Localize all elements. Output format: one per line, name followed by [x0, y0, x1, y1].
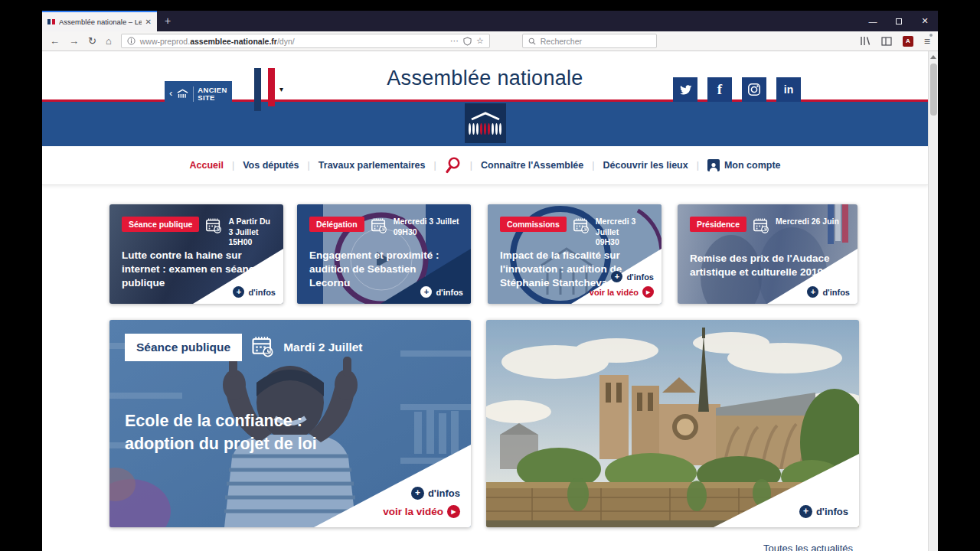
library-icon[interactable] — [860, 36, 871, 46]
main-navigation: Accueil | Vos députés | Travaux parlemen… — [42, 146, 928, 185]
reload-icon[interactable]: ↻ — [88, 35, 96, 47]
nav-item-travaux[interactable]: Travaux parlementaires — [318, 160, 426, 171]
calendar-icon — [371, 217, 387, 237]
twitter-icon[interactable] — [673, 77, 697, 102]
language-selector[interactable]: ▾ — [254, 68, 289, 112]
tracking-shield-icon[interactable] — [463, 37, 472, 46]
scrollbar-thumb[interactable] — [930, 64, 937, 116]
play-icon: ▶ — [642, 286, 654, 298]
card-date: Mercredi 26 Juin — [776, 217, 839, 227]
back-icon[interactable]: ← — [50, 35, 60, 47]
search-placeholder: Rechercher — [541, 37, 582, 46]
more-info-link[interactable]: + d'infos — [807, 286, 850, 298]
assemblee-logo-icon — [176, 88, 189, 100]
plus-icon: + — [233, 286, 244, 298]
calendar-icon — [205, 217, 222, 237]
nav-item-decouvrir[interactable]: Découvrir les lieux — [603, 160, 688, 171]
card-badge: Commissions — [500, 217, 567, 232]
ancien-site-label: ANCIENSITE — [198, 86, 227, 102]
card-badge: Séance publique — [125, 334, 242, 361]
linkedin-icon[interactable]: in — [776, 77, 801, 102]
more-info-link[interactable]: + d'infos — [233, 286, 276, 298]
page-actions-icon[interactable]: ⋯ — [450, 36, 459, 46]
play-icon: ▶ — [447, 505, 460, 518]
search-icon — [528, 37, 536, 45]
flag-blue-bar — [254, 68, 261, 111]
close-icon[interactable]: ✕ — [912, 11, 938, 31]
instagram-icon[interactable] — [742, 77, 766, 102]
facebook-icon[interactable]: f — [707, 77, 732, 102]
tab-favicon — [47, 18, 55, 26]
plus-icon: + — [411, 487, 424, 500]
flag-red-bar — [268, 68, 275, 106]
page-scrollbar[interactable] — [928, 51, 938, 551]
card-badge: Séance publique — [122, 217, 199, 232]
news-card-4[interactable]: Présidence Mercredi 26 Juin Remise des p… — [678, 204, 858, 304]
browser-search-bar[interactable]: Rechercher — [522, 34, 657, 48]
card-title: Ecole de la confiance : adoption du proj… — [125, 410, 364, 455]
nav-item-mon-compte[interactable]: Mon compte — [707, 159, 781, 171]
more-info-link[interactable]: + d'infos — [590, 271, 654, 282]
browser-tab[interactable]: Assemblée nationale – Les dép ✕ — [42, 11, 157, 31]
all-news-link[interactable]: Toutes les actualités — [763, 543, 853, 551]
tab-title: Assemblée nationale – Les dép — [59, 18, 142, 26]
calendar-icon — [251, 335, 274, 361]
notification-dot — [929, 33, 933, 37]
plus-icon: + — [807, 286, 818, 298]
chevron-left-icon: ‹ — [169, 88, 172, 98]
plus-icon: + — [611, 271, 622, 282]
nav-item-vos-deputes[interactable]: Vos députés — [243, 160, 299, 171]
browser-toolbar: ← → ↻ ⌂ www-preprod.assemblee-nationale.… — [42, 31, 938, 51]
featured-card-left[interactable]: Séance publique Mardi 2 Juillet Ecole de… — [109, 320, 471, 527]
calendar-icon — [573, 217, 590, 237]
new-tab-button[interactable]: + — [157, 11, 178, 31]
url-bar[interactable]: www-preprod.assemblee-nationale.fr/dyn/ … — [121, 34, 490, 48]
watch-video-link[interactable]: voir la vidéo ▶ — [590, 286, 654, 298]
url-text: www-preprod.assemblee-nationale.fr/dyn/ — [140, 37, 295, 46]
more-info-link[interactable]: + d'infos — [420, 286, 463, 298]
minimize-icon[interactable]: — — [860, 11, 886, 31]
site-info-icon[interactable] — [127, 37, 136, 45]
news-card-2[interactable]: Délégation Mercredi 3 Juillet09H30 Engag… — [297, 204, 471, 304]
scroll-up-icon[interactable] — [930, 55, 936, 59]
calendar-icon — [753, 217, 769, 237]
card-badge: Présidence — [690, 217, 746, 232]
news-card-3[interactable]: Commissions Mercredi 3 Juillet09H30 Impa… — [488, 204, 662, 304]
sidebar-icon[interactable] — [881, 37, 892, 46]
more-info-link[interactable]: + d'infos — [383, 487, 460, 500]
card-badge: Délégation — [309, 217, 364, 232]
chevron-down-icon: ▾ — [279, 85, 283, 93]
nav-item-connaitre[interactable]: Connaître l'Assemblée — [481, 160, 583, 171]
card-date: Mardi 2 Juillet — [283, 341, 362, 354]
header-band — [42, 102, 928, 146]
watch-video-link[interactable]: voir la vidéo ▶ — [383, 505, 460, 518]
adobe-pdf-icon[interactable]: A — [903, 36, 913, 47]
menu-hamburger-icon[interactable]: ≡ — [924, 35, 930, 47]
browser-window: Assemblée nationale – Les dép ✕ + — ✕ ← … — [42, 11, 938, 551]
card-date: A Partir Du 3 Juillet15H00 — [228, 217, 276, 248]
nav-item-accueil[interactable]: Accueil — [189, 160, 223, 171]
card-date: Mercredi 3 Juillet09H30 — [596, 217, 654, 248]
assemblee-emblem[interactable] — [465, 103, 506, 143]
account-icon — [707, 159, 720, 171]
more-info-link[interactable]: + d'infos — [799, 505, 848, 518]
plus-icon: + — [799, 505, 812, 518]
webpage: Assemblée nationale ‹ ANCIENSITE ▾ f in — [42, 51, 928, 551]
maximize-icon[interactable] — [886, 11, 912, 31]
ancien-site-button[interactable]: ‹ ANCIENSITE — [165, 81, 232, 106]
featured-card-right[interactable]: + d'infos — [486, 320, 859, 527]
card-date: Mercredi 3 Juillet09H30 — [394, 217, 459, 237]
bookmark-star-icon[interactable]: ☆ — [476, 36, 484, 46]
browser-titlebar: Assemblée nationale – Les dép ✕ + — ✕ — [42, 11, 938, 31]
nav-search-icon[interactable] — [445, 156, 462, 174]
tab-close-icon[interactable]: ✕ — [145, 18, 152, 26]
news-card-1[interactable]: Séance publique A Partir Du 3 Juillet15H… — [109, 204, 283, 304]
plus-icon: + — [420, 286, 432, 298]
forward-icon[interactable]: → — [69, 35, 79, 47]
home-icon[interactable]: ⌂ — [106, 35, 112, 47]
